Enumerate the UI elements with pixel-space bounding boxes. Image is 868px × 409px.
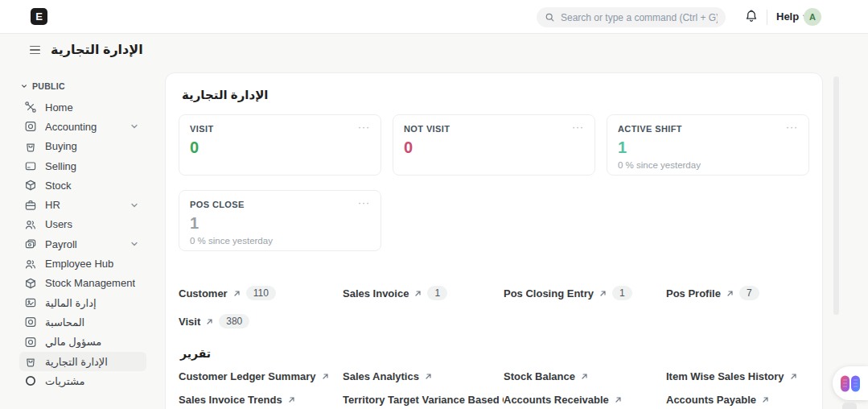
erpnext-logo-icon[interactable]: E <box>31 8 47 25</box>
sidebar-item-selling[interactable]: Selling <box>19 156 146 176</box>
shortcut-sales-invoice[interactable]: Sales Invoice1 <box>343 285 504 301</box>
external-arrow-icon <box>599 290 607 297</box>
global-search-input[interactable] <box>561 12 718 23</box>
report-label: Accounts Payable <box>666 394 756 406</box>
sidebar-item-stock-management[interactable]: Stock Management <box>19 274 146 293</box>
number-card-subtext: 0 % since yesterday <box>190 236 370 246</box>
shortcut-label: Pos Closing Entry <box>504 287 594 300</box>
count-badge: 1 <box>427 286 447 300</box>
user-avatar[interactable]: A <box>804 8 821 26</box>
ai-extension-button[interactable] <box>833 366 868 400</box>
report-label: Accounts Receivable <box>504 394 609 406</box>
shortcut-pos-profile[interactable]: Pos Profile7 <box>666 285 809 301</box>
number-card-not-visit[interactable]: NOT VISIT···0 <box>393 114 595 176</box>
number-card-label: VISIT <box>190 124 214 134</box>
number-card-label: ACTIVE SHIFT <box>618 124 682 134</box>
report-customer-ledger-summary[interactable]: Customer Ledger Summary <box>179 370 343 382</box>
sidebar-item-home[interactable]: Home <box>19 97 146 117</box>
shortcut-label: Pos Profile <box>666 287 721 300</box>
extension-ghost <box>842 403 857 409</box>
shortcut-customer[interactable]: Customer110 <box>179 285 343 301</box>
reports-heading: تقرير <box>180 347 809 360</box>
sidebar-item-label: المحاسبة <box>45 316 84 328</box>
sidebar-toggle-button[interactable] <box>30 45 40 54</box>
sidebar-item-item[interactable]: مشتريات <box>19 371 146 390</box>
report-sales-invoice-trends[interactable]: Sales Invoice Trends <box>179 393 343 406</box>
notification-bell-icon[interactable] <box>744 9 760 25</box>
workspace-title: الإدارة التجارية <box>51 42 143 57</box>
number-card-value: 1 <box>618 139 798 155</box>
report-label: Stock Balance <box>504 370 575 382</box>
global-search[interactable] <box>537 7 726 27</box>
chevron-down-icon <box>130 201 138 209</box>
card-menu-button[interactable]: ··· <box>572 124 584 130</box>
shopping-bag-icon <box>24 140 37 153</box>
cube-icon <box>24 277 37 290</box>
shortcut-pos-closing-entry[interactable]: Pos Closing Entry1 <box>504 285 666 301</box>
report-item-wise-sales-history[interactable]: Item Wise Sales History <box>666 370 809 382</box>
workspace-panel: الإدارة التجارية VISIT···0NOT VISIT···0A… <box>165 72 823 409</box>
sidebar-item-accounting[interactable]: Accounting <box>19 117 146 136</box>
number-card-subtext: 0 % since yesterday <box>618 160 798 170</box>
sidebar-item-item[interactable]: مسؤول مالي <box>19 333 146 352</box>
sidebar-item-label: Employee Hub <box>45 258 113 270</box>
scrollbar-thumb[interactable] <box>833 76 839 315</box>
number-card-value: 1 <box>190 215 370 231</box>
external-arrow-icon <box>615 396 622 403</box>
sidebar-section-label: PUBLIC <box>32 81 65 91</box>
number-card-active-shift[interactable]: ACTIVE SHIFT···10 % since yesterday <box>607 114 809 176</box>
sidebar-item-item[interactable]: إدارة المالية <box>19 293 146 312</box>
chevron-down-icon <box>130 122 138 130</box>
card-menu-button[interactable]: ··· <box>786 124 798 130</box>
external-arrow-icon <box>790 373 797 380</box>
report-stock-balance[interactable]: Stock Balance <box>504 370 666 382</box>
report-sales-analytics[interactable]: Sales Analytics <box>343 370 504 382</box>
report-territory-target-variance-based-on-ite[interactable]: Territory Target Variance Based On Ite <box>343 393 504 406</box>
number-card-label: POS CLOSE <box>190 200 245 209</box>
count-badge: 380 <box>219 314 249 328</box>
navbar: E Help A <box>0 0 868 34</box>
coin-box-icon <box>24 316 37 328</box>
sidebar-item-label: Buying <box>45 140 77 152</box>
count-badge: 110 <box>246 286 276 300</box>
report-label: Sales Invoice Trends <box>179 394 282 406</box>
sidebar-item-users[interactable]: Users <box>19 215 146 234</box>
number-cards-grid: VISIT···0NOT VISIT···0ACTIVE SHIFT···10 … <box>179 114 809 251</box>
shortcut-visit[interactable]: Visit380 <box>179 313 343 329</box>
report-label: Item Wise Sales History <box>666 370 784 382</box>
sidebar-item-label: Selling <box>45 160 76 172</box>
coin-box-icon <box>24 120 37 133</box>
circle-icon <box>24 374 37 387</box>
dashboard-title: الإدارة التجارية <box>182 88 808 102</box>
sidebar-item-item[interactable]: المحاسبة <box>19 312 146 332</box>
navbar-divider <box>767 10 767 25</box>
report-label: Territory Target Variance Based On Ite <box>343 394 504 406</box>
report-accounts-payable[interactable]: Accounts Payable <box>666 393 809 406</box>
external-arrow-icon <box>425 373 432 380</box>
sidebar-item-label: Home <box>45 101 73 114</box>
external-arrow-icon <box>206 318 213 325</box>
sidebar-section-public[interactable]: PUBLIC <box>19 80 146 97</box>
sidebar-item-buying[interactable]: Buying <box>19 137 146 156</box>
sidebar-item-label: Stock Management <box>45 277 135 289</box>
image-card-icon <box>24 296 37 309</box>
shopping-bag-icon <box>24 355 37 368</box>
sidebar-item-label: مسؤول مالي <box>45 336 101 348</box>
chevron-down-icon <box>130 240 138 248</box>
sidebar-item-stock[interactable]: Stock <box>19 176 146 195</box>
sidebar-item-employee-hub[interactable]: Employee Hub <box>19 254 146 273</box>
number-card-visit[interactable]: VISIT···0 <box>179 114 381 176</box>
external-arrow-icon <box>581 373 588 380</box>
report-accounts-receivable[interactable]: Accounts Receivable <box>504 393 666 406</box>
sidebar-item-payroll[interactable]: Payroll <box>19 234 146 254</box>
sidebar: PUBLIC HomeAccountingBuyingSellingStockH… <box>19 80 146 390</box>
sidebar-item-item[interactable]: الإدارة التجارية <box>19 352 146 371</box>
card-menu-button[interactable]: ··· <box>358 200 370 206</box>
card-menu-button[interactable]: ··· <box>358 124 370 130</box>
sidebar-item-hr[interactable]: HR <box>19 195 146 214</box>
sidebar-item-label: الإدارة التجارية <box>45 356 108 368</box>
shortcut-label: Visit <box>179 316 200 328</box>
number-card-pos-close[interactable]: POS CLOSE···10 % since yesterday <box>179 190 381 251</box>
sidebar-item-label: مشتريات <box>45 375 84 387</box>
sidebar-item-label: Users <box>45 218 72 230</box>
